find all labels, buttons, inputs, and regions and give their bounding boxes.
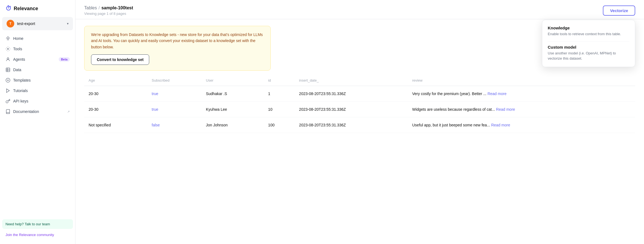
sidebar-item-tutorials[interactable]: Tutorials — [2, 86, 73, 96]
account-switcher[interactable]: T test-export ▾ — [2, 17, 73, 30]
sidebar-label-templates: Templates — [13, 78, 31, 82]
table-row: Not specified false Jon Johnson 100 2023… — [84, 117, 635, 133]
col-user: User — [202, 75, 264, 86]
sidebar-nav: Home Tools Agents Beta Data Templates Tu… — [0, 32, 75, 217]
sidebar-label-api-keys: API keys — [13, 99, 28, 103]
api-keys-icon — [5, 99, 10, 104]
read-more-2[interactable]: Read more — [491, 123, 510, 127]
sidebar-label-documentation: Documentation — [13, 109, 39, 114]
header-left: Tables / sample-100test Viewing page 1 o… — [84, 5, 133, 16]
tools-icon — [5, 46, 10, 51]
cell-age-1: 20-30 — [84, 102, 147, 117]
dropdown-option-knowledge[interactable]: Knowledge Enable tools to retrieve conte… — [548, 26, 629, 37]
cell-id-2: 100 — [264, 117, 295, 133]
cell-id-1: 10 — [264, 102, 295, 117]
cell-user-0: Sudhakar .S — [202, 86, 264, 102]
col-id: id — [264, 75, 295, 86]
avatar: T — [7, 20, 14, 27]
breadcrumb-parent[interactable]: Tables — [84, 5, 97, 10]
convert-button[interactable]: Convert to knowledge set — [91, 54, 149, 65]
agents-icon — [5, 57, 10, 62]
knowledge-option-title: Knowledge — [548, 26, 629, 30]
subscribed-value-1: true — [152, 107, 158, 112]
cell-age-2: Not specified — [84, 117, 147, 133]
home-icon — [5, 36, 10, 41]
upgrade-banner: We're upgrading from Datasets to Knowled… — [84, 26, 271, 71]
chevron-down-icon: ▾ — [67, 22, 69, 26]
external-link-icon: ↗ — [67, 110, 70, 113]
read-more-0[interactable]: Read more — [487, 92, 506, 96]
knowledge-option-desc: Enable tools to retrieve context from th… — [548, 31, 629, 37]
cell-age-0: 20-30 — [84, 86, 147, 102]
cell-user-2: Jon Johnson — [202, 117, 264, 133]
sidebar-item-home[interactable]: Home — [2, 34, 73, 43]
templates-icon — [5, 78, 10, 83]
custom-model-option-title: Custom model — [548, 45, 629, 49]
sidebar-bottom: Need help? Talk to our team Join the Rel… — [0, 217, 75, 244]
sidebar-item-templates[interactable]: Templates — [2, 75, 73, 85]
table-row: 20-30 true Kyuhwa Lee 10 2023-08-20T23:5… — [84, 102, 635, 117]
community-link[interactable]: Join the Relevance community — [2, 230, 73, 240]
breadcrumb-current: sample-100test — [101, 5, 133, 10]
svg-marker-4 — [7, 89, 10, 93]
cell-date-0: 2023-08-20T23:55:31.336Z — [295, 86, 408, 102]
cell-id-0: 1 — [264, 86, 295, 102]
svg-rect-2 — [6, 68, 10, 72]
table-row: 20-30 true Sudhakar .S 1 2023-08-20T23:5… — [84, 86, 635, 102]
page-info: Viewing page 1 of 8 pages — [84, 12, 133, 16]
dropdown-divider — [548, 41, 629, 41]
cell-review-0: Very costly for the premium (year). Bett… — [408, 86, 635, 102]
sidebar-item-documentation[interactable]: Documentation ↗ — [2, 107, 73, 117]
vectorize-button[interactable]: Vectorize — [603, 5, 635, 16]
sidebar-label-tools: Tools — [13, 47, 22, 51]
sidebar-item-tools[interactable]: Tools — [2, 44, 73, 54]
sidebar-item-data[interactable]: Data — [2, 65, 73, 75]
sidebar-label-home: Home — [13, 36, 23, 41]
main-content: Tables / sample-100test Viewing page 1 o… — [75, 0, 644, 244]
review-text-2: Useful app, but it just beeped some new … — [412, 123, 490, 127]
data-icon — [5, 67, 10, 72]
cell-review-1: Widgets are useless because regardless o… — [408, 102, 635, 117]
sidebar-label-tutorials: Tutorials — [13, 88, 28, 93]
main-header: Tables / sample-100test Viewing page 1 o… — [75, 0, 644, 19]
svg-point-1 — [7, 58, 9, 59]
sidebar-label-agents: Agents — [13, 57, 25, 62]
account-name: test-export — [17, 21, 64, 26]
upgrade-banner-text: We're upgrading from Datasets to Knowled… — [91, 32, 264, 50]
app-name: Relevance — [14, 6, 38, 12]
cell-user-1: Kyuhwa Lee — [202, 102, 264, 117]
breadcrumb: Tables / sample-100test — [84, 5, 133, 10]
table-body: 20-30 true Sudhakar .S 1 2023-08-20T23:5… — [84, 86, 635, 133]
agents-beta-badge: Beta — [59, 57, 70, 62]
app-logo: ⏱ Relevance — [0, 0, 75, 17]
cell-subscribed-0: true — [147, 86, 202, 102]
sidebar-item-api-keys[interactable]: API keys — [2, 96, 73, 106]
documentation-icon — [5, 109, 10, 114]
subscribed-value-2: false — [152, 123, 160, 127]
custom-model-option-desc: Use another model (i.e. OpenAI, MPNet) t… — [548, 51, 629, 61]
tutorials-icon — [5, 88, 10, 93]
help-button[interactable]: Need help? Talk to our team — [2, 219, 73, 229]
svg-point-0 — [7, 48, 9, 50]
cell-date-1: 2023-08-20T23:55:31.336Z — [295, 102, 408, 117]
table-header: Age Subscribed User id insert_date_ revi… — [84, 75, 635, 86]
cell-subscribed-1: true — [147, 102, 202, 117]
dropdown-option-custom-model[interactable]: Custom model Use another model (i.e. Ope… — [548, 45, 629, 61]
data-table-container: Age Subscribed User id insert_date_ revi… — [75, 75, 644, 244]
breadcrumb-separator: / — [98, 5, 100, 10]
col-insert-date: insert_date_ — [295, 75, 408, 86]
read-more-1[interactable]: Read more — [496, 107, 515, 112]
sidebar-label-data: Data — [13, 68, 21, 72]
sidebar-item-agents[interactable]: Agents Beta — [2, 54, 73, 64]
col-subscribed: Subscribed — [147, 75, 202, 86]
cell-date-2: 2023-08-20T23:55:31.336Z — [295, 117, 408, 133]
col-age: Age — [84, 75, 147, 86]
subscribed-value-0: true — [152, 92, 158, 96]
review-text-1: Widgets are useless because regardless o… — [412, 107, 495, 112]
cell-subscribed-2: false — [147, 117, 202, 133]
cell-review-2: Useful app, but it just beeped some new … — [408, 117, 635, 133]
sidebar: ⏱ Relevance T test-export ▾ Home Tools A… — [0, 0, 75, 244]
col-review: review — [408, 75, 635, 86]
logo-icon: ⏱ — [5, 5, 12, 12]
review-text-0: Very costly for the premium (year). Bett… — [412, 92, 487, 96]
